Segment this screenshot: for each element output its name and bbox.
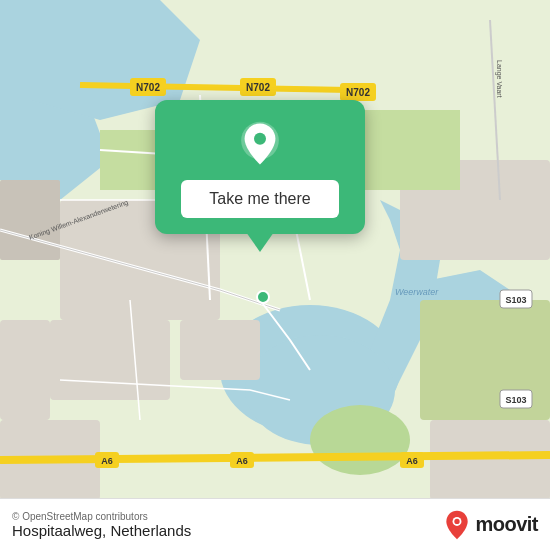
svg-rect-11 xyxy=(0,180,60,260)
svg-text:S103: S103 xyxy=(505,395,526,405)
svg-rect-9 xyxy=(180,320,260,380)
map-container: N702 N702 N702 Koning Willem-Alexanderwe… xyxy=(0,0,550,550)
svg-rect-10 xyxy=(0,320,50,420)
svg-text:A6: A6 xyxy=(236,456,248,466)
svg-rect-8 xyxy=(50,320,170,400)
moovit-logo: moovit xyxy=(443,509,538,541)
svg-text:A6: A6 xyxy=(101,456,113,466)
svg-point-16 xyxy=(310,405,410,475)
svg-text:N702: N702 xyxy=(136,82,160,93)
take-me-there-button[interactable]: Take me there xyxy=(181,180,338,218)
osm-credit: © OpenStreetMap contributors xyxy=(12,511,191,522)
svg-point-38 xyxy=(257,291,269,303)
moovit-pin-icon xyxy=(443,509,471,541)
svg-text:N702: N702 xyxy=(346,87,370,98)
map-svg: N702 N702 N702 Koning Willem-Alexanderwe… xyxy=(0,0,550,550)
svg-point-40 xyxy=(254,133,266,145)
location-name: Hospitaalweg, Netherlands xyxy=(12,522,191,539)
svg-text:N702: N702 xyxy=(246,82,270,93)
bottom-bar: © OpenStreetMap contributors Hospitaalwe… xyxy=(0,498,550,550)
svg-rect-13 xyxy=(430,420,550,500)
svg-text:S103: S103 xyxy=(505,295,526,305)
location-pin-icon xyxy=(236,120,284,168)
bottom-info: © OpenStreetMap contributors Hospitaalwe… xyxy=(12,511,191,539)
svg-text:A6: A6 xyxy=(406,456,418,466)
svg-text:Lange Vaart: Lange Vaart xyxy=(495,60,503,98)
popup-card: Take me there xyxy=(155,100,365,234)
moovit-brand-text: moovit xyxy=(475,513,538,536)
svg-point-42 xyxy=(455,518,460,523)
svg-text:Weerwater: Weerwater xyxy=(395,287,439,297)
